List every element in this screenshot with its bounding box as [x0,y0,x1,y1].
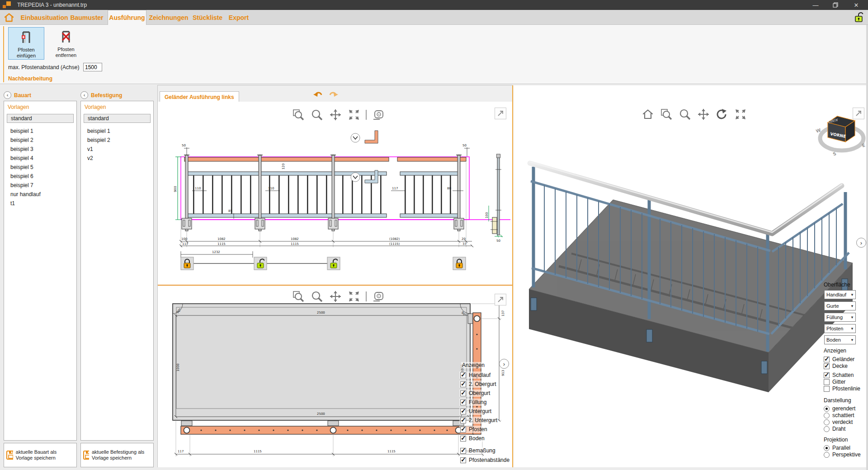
menu-zeichnungen[interactable]: Zeichnungen [147,10,190,25]
surface-handlauf-select[interactable]: Handlauf▼ [824,290,856,299]
checkbox-icon[interactable] [460,427,466,432]
list-item[interactable]: v1 [84,145,151,154]
tab-gelaender-ausfuehrung-links[interactable]: Geländer Ausführung links [160,91,239,102]
restore-button[interactable] [826,0,845,10]
projection-parallel-radio[interactable]: Parallel [824,445,850,451]
zoom-icon[interactable] [310,108,324,122]
list-item[interactable]: beispiel 6 [7,172,74,181]
zoom-window-icon[interactable] [292,290,305,303]
pan-icon[interactable] [697,108,710,121]
home-button[interactable] [4,12,14,23]
show-gitter-checkbox[interactable]: Gitter [824,379,845,385]
list-item[interactable]: beispiel 4 [7,154,74,163]
lock-button-1[interactable] [181,257,193,270]
checkbox-icon[interactable] [824,386,830,392]
checkbox-icon[interactable] [460,381,466,387]
checkbox-icon[interactable] [460,400,466,405]
handrail-profile-button[interactable] [351,131,378,143]
expand-3d-icon[interactable] [853,108,864,119]
menu-baumuster[interactable]: Baumuster [68,10,106,25]
surface-gurte-select[interactable]: Gurte▼ [824,301,856,310]
lock-button-2[interactable] [254,257,267,270]
checkbox-icon[interactable] [460,457,466,463]
overlay-option-2-untergurt[interactable]: 2. Untergurt [459,417,498,424]
overlay-option-2-obergurt[interactable]: 2. Obergurt [459,381,497,388]
checkbox-icon[interactable] [824,363,830,369]
list-item[interactable]: nur handlauf [7,190,74,199]
menu-ausfuehrung[interactable]: Ausführung [108,10,146,25]
list-item[interactable]: beispiel 5 [7,163,74,172]
canvas-3d-splitter[interactable] [512,85,513,467]
menu-export[interactable]: Export [226,10,251,25]
overlay-option-handlauf[interactable]: Handlauf [459,371,491,379]
surface-pfosten-select[interactable]: Pfosten▼ [824,324,856,333]
remove-post-button[interactable]: Pfosten entfernen [48,27,84,60]
zoom-icon[interactable] [678,108,692,121]
radio-icon[interactable] [824,452,830,458]
list-item[interactable]: beispiel 3 [7,145,74,154]
checkbox-icon[interactable] [460,448,466,454]
list-item[interactable]: beispiel 2 [7,136,74,145]
overlay-option-fuellung[interactable]: Füllung [459,399,487,406]
overlay-option-bemassung[interactable]: Bemaßung [459,447,496,454]
viewport-3d[interactable]: VORNE OBEN W S E [514,85,866,467]
radio-icon[interactable] [824,413,830,418]
checkbox-icon[interactable] [460,418,466,423]
list-item[interactable]: beispiel 1 [84,127,151,136]
checkbox-icon[interactable] [460,409,466,414]
befestigung-collapse-button[interactable]: ‹ [80,91,88,99]
undo-icon[interactable] [313,93,321,97]
projection-perspektive-radio[interactable]: Perspektive [824,451,861,458]
home-icon[interactable] [641,108,655,121]
close-button[interactable]: ✕ [846,0,866,10]
radio-icon[interactable] [824,445,830,451]
fit-icon[interactable] [347,290,361,303]
expand-plan-icon[interactable] [495,294,506,306]
save-befestigung-button[interactable]: aktuelle Befestigung als Vorlage speiche… [80,443,154,467]
plan-panel-expand-button[interactable]: › [499,359,509,369]
measure-icon[interactable] [372,108,385,122]
fit-icon[interactable] [347,108,361,122]
checkbox-icon[interactable] [460,390,466,396]
overlay-option-obergurt[interactable]: Obergurt [459,390,491,397]
menu-einbausituation[interactable]: Einbausituation [17,10,71,25]
render-gerendert-radio[interactable]: gerendert [824,405,855,412]
checkbox-icon[interactable] [460,372,466,378]
list-item[interactable]: t1 [7,199,74,208]
render-schattiert-radio[interactable]: schattiert [824,412,854,418]
lock-button-3[interactable] [327,257,340,270]
fit-icon[interactable] [734,108,747,121]
minimize-button[interactable]: — [806,0,826,10]
save-bauart-button[interactable]: aktuelle Bauart als Vorlage speichern [4,443,77,467]
list-item[interactable]: beispiel 2 [84,136,151,145]
zoom-icon[interactable] [310,290,324,303]
radio-icon[interactable] [824,406,830,412]
menu-stueckliste[interactable]: Stückliste [191,10,224,25]
surface-boden-select[interactable]: Boden▼ [824,335,856,344]
pan-icon[interactable] [329,108,342,122]
show-decke-checkbox[interactable]: Decke [824,363,848,369]
max-post-distance-input[interactable] [83,63,102,71]
overlay-option-pfosten[interactable]: Pfosten [459,426,488,433]
bauart-collapse-button[interactable]: ‹ [4,91,11,99]
radio-icon[interactable] [824,426,830,432]
list-item[interactable]: standard [84,114,151,123]
rotate-icon[interactable] [715,108,729,121]
elevation-viewport[interactable]: 900 50 50 [158,102,512,285]
radio-icon[interactable] [824,419,830,425]
overlay-option-pfostenabstaende[interactable]: Pfostenabstände [459,456,510,464]
render-draht-radio[interactable]: Draht [824,426,845,432]
checkbox-icon[interactable] [824,372,830,378]
nachbearbeitung-section[interactable]: Nachbearbeitung [8,75,52,82]
checkbox-icon[interactable] [824,379,830,385]
show-schatten-checkbox[interactable]: Schatten [824,372,854,378]
pan-icon[interactable] [329,290,342,303]
checkbox-icon[interactable] [460,436,466,442]
overlay-option-boden[interactable]: Boden [459,435,486,442]
zoom-window-icon[interactable] [660,108,673,121]
list-item[interactable]: beispiel 1 [7,127,74,136]
measure-icon[interactable] [372,290,385,303]
redo-icon[interactable] [330,93,338,97]
lock-button-4[interactable] [453,257,466,270]
insert-post-button[interactable]: Pfosten einfügen [8,27,44,60]
